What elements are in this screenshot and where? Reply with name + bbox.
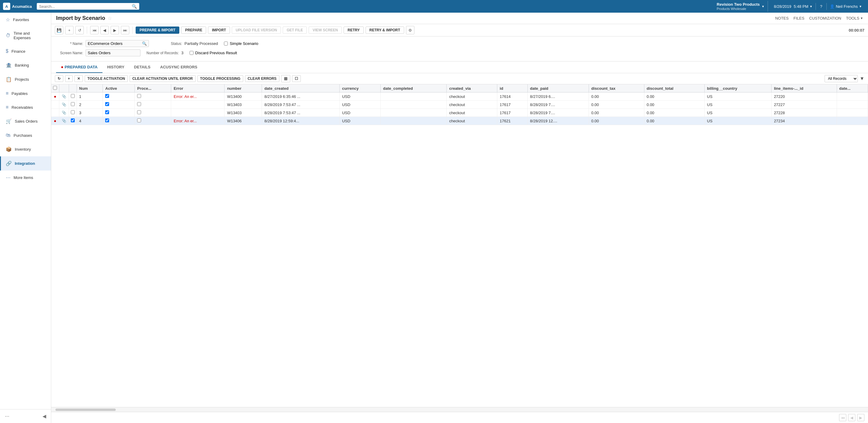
customization-button[interactable]: CUSTOMIZATION (809, 16, 841, 21)
row-active-checkbox[interactable] (105, 94, 109, 98)
sidebar-item-more-items[interactable]: ⋯ More Items (0, 170, 51, 185)
row-proce-checkbox[interactable] (137, 119, 141, 122)
table-delete-button[interactable]: ✕ (74, 75, 83, 82)
prepare-import-button[interactable]: PREPARE & IMPORT (135, 27, 179, 34)
sidebar-item-time-expenses[interactable]: ⏱ Time and Expenses (0, 27, 51, 44)
settings-button[interactable]: ⚙ (406, 26, 414, 34)
col-header-line-items-id[interactable]: line_items-..._id (771, 84, 837, 93)
user-menu[interactable]: 👤 Neil Frenchs ▼ (827, 3, 865, 10)
toggle-processing-button[interactable]: TOGGLE PROCESSING (197, 75, 243, 82)
discard-prev-checkbox[interactable] (190, 51, 193, 55)
sidebar-item-purchases[interactable]: 🛍 Purchases (0, 128, 51, 142)
select-all-checkbox[interactable] (53, 86, 57, 90)
company-selector[interactable]: Revision Two Products Products Wholesale… (714, 1, 768, 12)
sidebar-item-integration[interactable]: 🔗 Integration (0, 156, 51, 170)
screen-name-input[interactable] (86, 50, 140, 56)
favorite-star-icon[interactable]: ☆ (107, 15, 112, 21)
sidebar-item-favorites[interactable]: ☆ Favorites (0, 13, 51, 27)
row-checkbox[interactable] (71, 94, 75, 98)
toggle-activation-button[interactable]: TOGGLE ACTIVATION (85, 75, 128, 82)
sidebar-item-receivables[interactable]: ≡ Receivables (0, 100, 51, 114)
row-active-checkbox[interactable] (105, 119, 109, 122)
col-header-num[interactable]: Num (76, 84, 103, 93)
retry-button[interactable]: RETRY (344, 27, 364, 34)
col-header-date-completed[interactable]: date_completed (381, 84, 447, 93)
row-proce-checkbox[interactable] (137, 94, 141, 98)
col-header-discount-total[interactable]: discount_total (644, 84, 704, 93)
sidebar-more-dots[interactable]: ··· (5, 413, 9, 419)
row-checkbox-col[interactable] (69, 109, 76, 117)
help-button[interactable]: ? (817, 3, 825, 10)
prev-page-button[interactable]: ◀ (848, 414, 855, 421)
row-proce[interactable] (135, 101, 171, 109)
next-page-button[interactable]: ▶ (857, 414, 864, 421)
table-row[interactable]: ● 📎 4 Error: An er... W13406 8/28/2019 1… (51, 117, 868, 125)
simple-scenario-checkbox[interactable] (224, 41, 228, 45)
sidebar-item-payables[interactable]: ≡ Payables (0, 87, 51, 100)
row-active-checkbox[interactable] (105, 110, 109, 114)
name-search-icon[interactable]: 🔍 (140, 40, 149, 47)
filter-icon[interactable]: ▼ (860, 76, 864, 82)
row-active[interactable] (103, 109, 135, 117)
files-button[interactable]: FILES (794, 16, 804, 21)
col-header-proce[interactable]: Proce... (135, 84, 171, 93)
row-proce[interactable] (135, 109, 171, 117)
table-refresh-button[interactable]: ↻ (55, 75, 63, 82)
horizontal-scrollbar[interactable] (51, 407, 868, 412)
select-columns-button[interactable]: ☐ (292, 75, 301, 82)
first-page-button[interactable]: ⏮ (839, 414, 846, 421)
row-active[interactable] (103, 101, 135, 109)
add-record-button[interactable]: + (65, 26, 73, 34)
table-row[interactable]: ● 📎 1 Error: An er... W13400 8/27/2019 6… (51, 93, 868, 101)
col-header-date-paid[interactable]: date_paid (527, 84, 589, 93)
row-active[interactable] (103, 117, 135, 125)
col-header-created-via[interactable]: created_via (447, 84, 497, 93)
tab-history[interactable]: HISTORY (102, 62, 129, 73)
tab-details[interactable]: DETAILS (129, 62, 156, 73)
col-header-currency[interactable]: currency (339, 84, 380, 93)
app-logo[interactable]: A Acumatica (3, 3, 32, 10)
sidebar-item-banking[interactable]: 🏦 Banking (0, 58, 51, 72)
col-header-billing-country[interactable]: billing__country (704, 84, 771, 93)
row-proce[interactable] (135, 117, 171, 125)
table-row[interactable]: 📎 2 W13403 8/28/2019 7:53:47 ... USD che… (51, 101, 868, 109)
col-header-date-more[interactable]: date... (837, 84, 868, 93)
row-checkbox-col[interactable] (69, 93, 76, 101)
sidebar-item-sales-orders[interactable]: 🛒 Sales Orders (0, 114, 51, 128)
sidebar-collapse-button[interactable]: ◀ (42, 413, 46, 419)
search-input[interactable] (39, 4, 130, 9)
clear-activation-button[interactable]: CLEAR ACTIVATION UNTIL ERROR (130, 75, 195, 82)
prev-record-button[interactable]: ◀ (100, 26, 109, 34)
sidebar-item-finance[interactable]: $ Finance (0, 44, 51, 58)
tab-prepared-data[interactable]: ● PREPARED DATA (56, 61, 102, 73)
screen-name-input-wrap[interactable] (86, 50, 141, 56)
row-proce-checkbox[interactable] (137, 110, 141, 114)
row-checkbox[interactable] (71, 102, 75, 106)
col-header-active[interactable]: Active (103, 84, 135, 93)
col-header-id[interactable]: id (497, 84, 528, 93)
col-header-error[interactable]: Error (171, 84, 224, 93)
col-header-date-created[interactable]: date_created (262, 84, 340, 93)
undo-button[interactable]: ↺ (75, 26, 84, 34)
tab-acusync-errors[interactable]: ACUSYNC ERRORS (155, 62, 202, 73)
import-button[interactable]: IMPORT (208, 27, 230, 34)
row-proce-checkbox[interactable] (137, 102, 141, 106)
retry-import-button[interactable]: RETRY & IMPORT (366, 27, 404, 34)
row-checkbox-col[interactable] (69, 117, 76, 125)
sidebar-item-inventory[interactable]: 📦 Inventory (0, 142, 51, 156)
row-active[interactable] (103, 93, 135, 101)
col-header-select-all[interactable] (51, 84, 59, 93)
all-records-select[interactable]: All Records Active Errors Only (825, 75, 858, 82)
row-proce[interactable] (135, 93, 171, 101)
notes-button[interactable]: NOTES (775, 16, 789, 21)
fit-columns-button[interactable]: ⊞ (281, 75, 290, 82)
first-record-button[interactable]: ⏮ (90, 26, 98, 34)
prepare-button[interactable]: PREPARE (181, 27, 206, 34)
col-header-discount-tax[interactable]: discount_tax (589, 84, 644, 93)
row-checkbox-col[interactable] (69, 101, 76, 109)
clear-errors-button[interactable]: CLEAR ERRORS (245, 75, 279, 82)
sidebar-item-projects[interactable]: 📋 Projects (0, 72, 51, 87)
col-header-number[interactable]: number (224, 84, 262, 93)
row-active-checkbox[interactable] (105, 102, 109, 106)
row-checkbox[interactable] (71, 119, 75, 122)
